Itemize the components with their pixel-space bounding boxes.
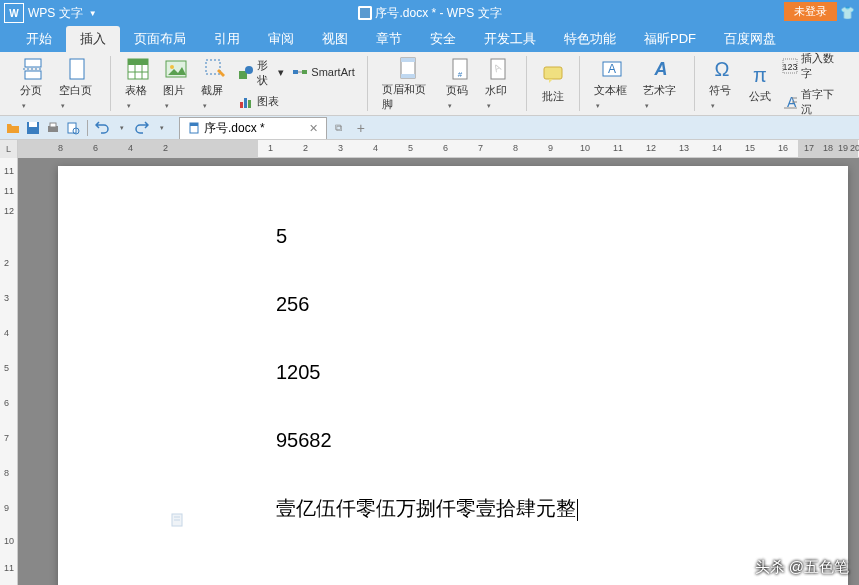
textbox-icon: A <box>600 57 624 81</box>
undo-button[interactable] <box>93 119 111 137</box>
app-menu-dropdown[interactable]: ▼ <box>89 9 97 18</box>
shapes-button[interactable]: 形状▾ <box>234 56 289 90</box>
table-button[interactable]: 表格▾ <box>119 55 157 112</box>
page-break-button[interactable]: 分页▾ <box>14 55 53 112</box>
ruler-v-num: 7 <box>4 433 9 443</box>
ruler-h-num: 2 <box>163 143 168 153</box>
svg-marker-31 <box>549 79 553 83</box>
wordart-icon: A <box>649 57 673 81</box>
document-line[interactable]: 1205 <box>276 362 578 382</box>
paragraph-options-icon[interactable] <box>170 512 186 528</box>
menu-item-0[interactable]: 开始 <box>12 26 66 52</box>
ruler-corner: L <box>0 140 18 158</box>
page-number-button[interactable]: # 页码▾ <box>440 55 479 112</box>
redo-dropdown[interactable]: ▾ <box>153 119 171 137</box>
ruler-h-num: 13 <box>679 143 689 153</box>
page-content[interactable]: 5256120595682壹亿伍仟零伍万捌仟零壹拾肆元整 <box>276 226 578 569</box>
ruler-h-num: 6 <box>93 143 98 153</box>
blank-page-icon <box>65 57 89 81</box>
ruler-h-num: 14 <box>712 143 722 153</box>
menu-item-8[interactable]: 开发工具 <box>470 26 550 52</box>
document-line[interactable]: 256 <box>276 294 578 314</box>
ribbon: 分页▾ 空白页▾ 表格▾ 图片▾ 截屏▾ 形状▾ 图表 <box>0 52 859 116</box>
text-cursor <box>577 499 578 521</box>
menubar: 开始插入页面布局引用审阅视图章节安全开发工具特色功能福昕PDF百度网盘 <box>0 26 859 52</box>
chart-icon <box>238 94 254 110</box>
ruler-h-num: 15 <box>745 143 755 153</box>
smartart-button[interactable]: SmartArt <box>288 62 358 82</box>
app-logo-icon: W <box>4 3 24 23</box>
document-tab[interactable]: 序号.docx * ✕ <box>179 117 327 139</box>
print-preview-button[interactable] <box>64 119 82 137</box>
ruler-v-num: 11 <box>4 186 14 196</box>
doc-tab-icon <box>188 122 200 134</box>
ruler-h-num: 16 <box>778 143 788 153</box>
symbol-button[interactable]: Ω 符号▾ <box>703 55 742 112</box>
image-watermark: 头杀 @五色笔 <box>755 558 849 577</box>
ruler-h-num: 4 <box>373 143 378 153</box>
ruler-v-num: 2 <box>4 258 9 268</box>
skin-icon[interactable]: 👕 <box>840 6 855 20</box>
svg-rect-20 <box>293 70 298 74</box>
menu-item-7[interactable]: 安全 <box>416 26 470 52</box>
document-line[interactable]: 95682 <box>276 430 578 450</box>
page-viewport[interactable]: 5256120595682壹亿伍仟零伍万捌仟零壹拾肆元整 头杀 @五色笔 <box>18 158 859 585</box>
insert-number-button[interactable]: 123 插入数字 <box>778 49 845 83</box>
svg-point-12 <box>170 65 174 69</box>
save-button[interactable] <box>24 119 42 137</box>
picture-button[interactable]: 图片▾ <box>157 55 195 112</box>
menu-item-6[interactable]: 章节 <box>362 26 416 52</box>
chart-button[interactable]: 图表 <box>234 92 289 112</box>
document-line[interactable]: 壹亿伍仟零伍万捌仟零壹拾肆元整 <box>276 498 578 521</box>
ruler-v-num: 10 <box>4 536 14 546</box>
menu-item-3[interactable]: 引用 <box>200 26 254 52</box>
svg-rect-50 <box>190 123 198 126</box>
comment-button[interactable]: 批注 <box>535 61 571 106</box>
header-footer-button[interactable]: 页眉和页脚 <box>376 54 440 114</box>
watermark-button[interactable]: A 水印▾ <box>479 55 518 112</box>
menu-item-4[interactable]: 审阅 <box>254 26 308 52</box>
app-name: WPS 文字 <box>28 5 83 22</box>
open-button[interactable] <box>4 119 22 137</box>
screenshot-button[interactable]: 截屏▾ <box>195 55 233 112</box>
new-tab-button[interactable]: + <box>357 120 365 136</box>
drop-cap-icon: A <box>782 94 798 110</box>
page[interactable]: 5256120595682壹亿伍仟零伍万捌仟零壹拾肆元整 <box>58 166 848 585</box>
menu-item-5[interactable]: 视图 <box>308 26 362 52</box>
blank-page-button[interactable]: 空白页▾ <box>53 55 102 112</box>
undo-dropdown[interactable]: ▾ <box>113 119 131 137</box>
svg-rect-7 <box>128 59 148 65</box>
restore-tab-icon[interactable]: ⧉ <box>335 122 347 134</box>
ruler-v-num: 9 <box>4 503 9 513</box>
svg-rect-2 <box>25 59 41 67</box>
insert-number-icon: 123 <box>782 58 798 74</box>
redo-button[interactable] <box>133 119 151 137</box>
ruler-v-num: 5 <box>4 363 9 373</box>
svg-rect-25 <box>401 74 415 78</box>
menu-item-10[interactable]: 福昕PDF <box>630 26 710 52</box>
ruler-h-num: 5 <box>408 143 413 153</box>
menu-item-1[interactable]: 插入 <box>66 26 120 52</box>
horizontal-ruler[interactable]: L 86421234567891011121314151617181920212… <box>0 140 859 158</box>
wordart-button[interactable]: A 艺术字▾ <box>637 55 686 112</box>
print-button[interactable] <box>44 119 62 137</box>
login-button[interactable]: 未登录 <box>784 2 837 21</box>
doc-icon <box>357 6 371 20</box>
svg-text:Ω: Ω <box>715 58 730 80</box>
textbox-button[interactable]: A 文本框▾ <box>588 55 637 112</box>
document-title-text: 序号.docx * - WPS 文字 <box>375 5 501 22</box>
document-line[interactable]: 5 <box>276 226 578 246</box>
ruler-h-num: 2 <box>303 143 308 153</box>
document-title: 序号.docx * - WPS 文字 <box>357 5 501 22</box>
close-tab-button[interactable]: ✕ <box>309 122 318 135</box>
menu-item-2[interactable]: 页面布局 <box>120 26 200 52</box>
ruler-h-num: 8 <box>58 143 63 153</box>
ruler-h-num: 11 <box>613 143 623 153</box>
menu-item-9[interactable]: 特色功能 <box>550 26 630 52</box>
svg-rect-5 <box>70 59 84 79</box>
svg-text:A: A <box>654 59 668 79</box>
drop-cap-button[interactable]: A 首字下沉 <box>778 85 845 119</box>
ruler-h-num: 7 <box>478 143 483 153</box>
vertical-ruler[interactable]: 11111223456789101112 <box>0 158 18 585</box>
equation-button[interactable]: π 公式 <box>742 61 778 106</box>
